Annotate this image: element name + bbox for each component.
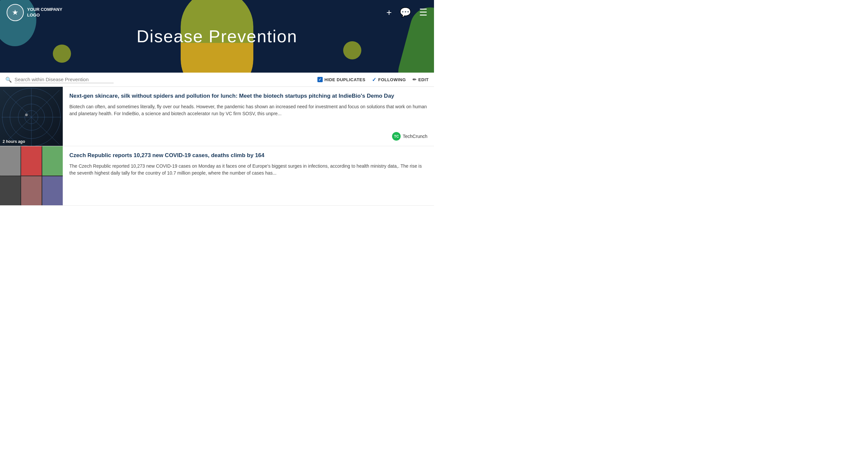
logo-icon: ★ xyxy=(7,4,24,21)
edit-pencil-icon: ✏ xyxy=(412,77,417,82)
article-content: Czech Republic reports 10,273 new COVID-… xyxy=(63,146,434,205)
building-block xyxy=(21,146,42,176)
article-thumbnail: 2 hours ago xyxy=(0,87,63,146)
edit-label: EDIT xyxy=(418,77,429,82)
svg-point-12 xyxy=(25,113,28,116)
news-item: 2 hours ago Next-gen skincare, silk with… xyxy=(0,87,434,146)
following-button[interactable]: ✓ FOLLOWING xyxy=(372,76,406,83)
search-area: 🔍 xyxy=(5,76,144,83)
hide-duplicates-checkbox: ✓ xyxy=(317,77,323,82)
article-thumbnail xyxy=(0,146,63,205)
search-icon: 🔍 xyxy=(5,76,12,83)
news-item: Czech Republic reports 10,273 new COVID-… xyxy=(0,146,434,206)
news-list: 2 hours ago Next-gen skincare, silk with… xyxy=(0,87,434,206)
decorative-circle-right xyxy=(343,41,361,59)
article-excerpt: Biotech can often, and sometimes literal… xyxy=(69,103,427,118)
building-block xyxy=(0,146,21,176)
decorative-circle-left xyxy=(53,44,71,63)
source-logo: TC xyxy=(392,132,401,141)
following-label: FOLLOWING xyxy=(378,77,406,82)
source-name: TechCrunch xyxy=(403,134,427,139)
article-headline[interactable]: Czech Republic reports 10,273 new COVID-… xyxy=(69,152,427,160)
nav-icons: + 💬 ☰ xyxy=(386,8,427,17)
toolbar-actions: ✓ HIDE DUPLICATES ✓ FOLLOWING ✏ EDIT xyxy=(317,76,429,83)
search-input[interactable] xyxy=(14,76,114,83)
chat-button[interactable]: 💬 xyxy=(400,8,411,17)
hero-title: Disease Prevention xyxy=(137,26,298,46)
logo-area[interactable]: ★ YOUR COMPANY LOGO xyxy=(7,4,62,21)
building-block xyxy=(21,176,42,206)
building-block xyxy=(42,146,63,176)
article-excerpt: The Czech Republic reported 10,273 new C… xyxy=(69,163,427,177)
building-block xyxy=(42,176,63,206)
article-content: Next-gen skincare, silk without spiders … xyxy=(63,87,434,146)
article-footer: TC TechCrunch xyxy=(69,132,427,141)
thumbnail-image xyxy=(0,146,63,205)
article-timestamp: 2 hours ago xyxy=(3,139,25,144)
svg-line-0 xyxy=(3,90,31,117)
toolbar: 🔍 ✓ HIDE DUPLICATES ✓ FOLLOWING ✏ EDIT xyxy=(0,73,434,87)
hide-duplicates-button[interactable]: ✓ HIDE DUPLICATES xyxy=(317,77,365,82)
svg-line-2 xyxy=(31,90,59,117)
edit-button[interactable]: ✏ EDIT xyxy=(412,77,429,82)
add-button[interactable]: + xyxy=(386,8,392,17)
following-check-icon: ✓ xyxy=(372,76,376,83)
svg-line-4 xyxy=(31,117,59,144)
source-badge[interactable]: TC TechCrunch xyxy=(392,132,427,141)
hide-duplicates-label: HIDE DUPLICATES xyxy=(324,77,365,82)
menu-button[interactable]: ☰ xyxy=(419,8,427,17)
top-nav: ★ YOUR COMPANY LOGO + 💬 ☰ xyxy=(0,0,434,25)
hero-banner: ★ YOUR COMPANY LOGO + 💬 ☰ Disease Preven… xyxy=(0,0,434,73)
company-name: YOUR COMPANY LOGO xyxy=(27,7,62,18)
article-headline[interactable]: Next-gen skincare, silk without spiders … xyxy=(69,92,427,100)
building-block xyxy=(0,176,21,206)
thumbnail-image xyxy=(0,87,63,146)
